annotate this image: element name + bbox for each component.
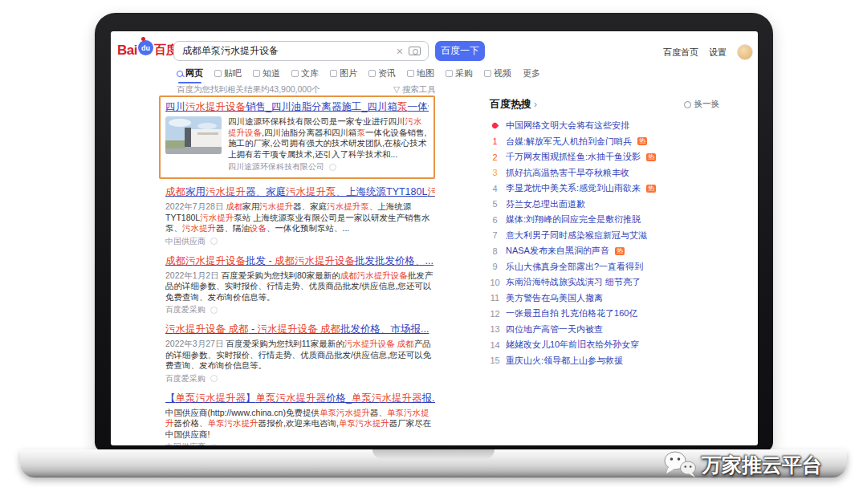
hot-rank: 9 [490,262,500,271]
result-description: 2022年7月28日 成都家用污水提升器、家庭污水提升泵、上海统源TYT180L… [165,201,435,234]
watermark: 万家推云平台 [663,449,822,480]
hot-rank: 5 [490,199,500,209]
hot-label: 重庆山火:领导都上山参与救援 [506,355,623,367]
hot-search-item[interactable]: 13四位地产高管一天内被查 [490,322,731,338]
hot-search-item[interactable]: 9乐山大佛真身全部露出?一直看得到 [490,259,731,275]
feedback-icon[interactable] [210,444,218,446]
result-source: 四川途源环保科技有限公司 [228,161,429,173]
hot-search-item[interactable]: 14姥姥改女儿10年前旧衣给外孙女穿 [490,337,731,353]
chevron-right-icon: › [534,99,537,110]
search-box[interactable]: × [173,41,429,61]
text-segment: 器价格、 [174,418,208,428]
text-segment: 泵 [356,128,365,137]
hot-label: 乐山大佛真身全部露出?一直看得到 [506,261,643,273]
search-button[interactable]: 百度一下 [435,41,485,61]
refresh-button[interactable]: 换一换 [684,99,720,110]
hot-badge-icon: 热 [637,137,647,145]
result-title-link[interactable]: 成都家用污水提升器、家庭污水提升泵、上海统源TYT180L污... [165,185,435,199]
hot-search-item[interactable]: 5芬兰女总理出面道歉 [490,197,731,213]
hot-search-item[interactable]: 2千万网友围观抓怪鱼:水抽干鱼没影热 [490,149,731,165]
feedback-icon[interactable] [329,164,336,171]
hot-search-item[interactable]: 1台媒:解放军无人机拍到金门哨兵热 [490,134,731,150]
pin-icon [491,122,499,130]
baidu-logo[interactable]: Bai du 百度 [117,40,178,60]
hot-rank: 12 [490,309,500,319]
result-title-link[interactable]: 成都污水提升设备批发 - 成都污水提升设备批发批发价格、... [165,254,435,268]
search-result: 成都污水提升设备批发 - 成都污水提升设备批发批发价格、...2022年1月2日… [165,254,435,316]
feedback-icon[interactable] [210,375,218,382]
forum-icon [214,70,222,77]
result-title-link[interactable]: 【单泵污水提升器】单泵污水提升器价格_单泵污水提升器报... [165,392,435,405]
search-tools[interactable]: ▽ 搜索工具 [393,84,436,96]
tab-采购[interactable]: 采购 [446,67,473,83]
tab-资讯[interactable]: 资讯 [368,67,396,83]
baidu-home-link[interactable]: 百度首页 [663,47,698,59]
camera-icon[interactable] [409,47,421,55]
page: Bai du 百度 × 百度一下 百度首页 设置 网页贴吧知道文库图片资讯地图采… [0,0,867,504]
tab-label: 文库 [301,67,319,79]
hot-label: 媒体:刘翔峰的回应完全是敷衍推脱 [506,213,641,226]
hot-search-item[interactable]: 7意大利男子同时感染猴痘新冠与艾滋 [490,228,731,244]
settings-link[interactable]: 设置 [709,47,727,59]
hot-label: 姥姥改女儿10年前旧衣给外孙女穿 [506,339,639,351]
tab-文库[interactable]: 文库 [291,67,319,83]
doc-icon [291,70,299,77]
text-segment: 器报价,欢迎来电咨询, [258,418,339,428]
tab-地图[interactable]: 地图 [407,67,434,83]
text-segment: 、上海统源TYT180L [336,186,428,197]
tab-视频[interactable]: 视频 [484,67,511,83]
tab-label: 贴吧 [224,67,242,79]
text-segment: 单泵污水提升 [208,418,258,428]
result-title-link[interactable]: 四川污水提升设备销售_四川油脂分离器施工_四川箱泵一体化... [165,100,429,114]
feedback-icon[interactable] [210,307,218,314]
wechat-icon [663,449,697,480]
hot-search-item[interactable]: 10东南沿海特战旅实战演习 细节亮了 [490,274,731,291]
text-segment: 单泵污水提升 [339,418,389,428]
text-segment: 四川 [165,101,185,112]
text-segment: 销售_四川油脂分离器施工_四川箱 [246,101,397,112]
search-result: 【单泵污水提升器】单泵污水提升器价格_单泵污水提升器报...中国供应商(http… [165,392,435,446]
text-segment: 报... [421,392,435,404]
text-segment: 单泵污水提升器 [176,392,246,404]
result-title-link[interactable]: 污水提升设备 成都 - 污水提升设备 成都批发价格、市场报... [165,323,435,336]
text-segment: 【 [165,392,176,404]
text-segment: 四川途源环保科技有限公司是一家专业进行四川 [228,116,405,126]
hot-search-item[interactable]: 12一张最丑自拍 扎克伯格花了160亿 [490,306,731,322]
hot-rank: 14 [490,340,500,350]
tab-贴吧[interactable]: 贴吧 [214,67,242,83]
map-icon [407,70,414,77]
hot-rank: 8 [490,246,500,256]
hot-search-item[interactable]: 11美方警告在乌美国人撤离 [490,291,731,307]
hot-search-panel: 百度热搜 › 换一换 中国网络文明大会将有这些安排1台媒:解放军无人机拍到金门哨… [490,97,731,368]
tab-图片[interactable]: 图片 [330,67,357,83]
hot-label: 一张最丑自拍 扎克伯格花了160亿 [506,307,637,319]
video-icon [484,70,491,77]
hot-search-item[interactable]: 中国网络文明大会将有这些安排 [490,118,731,134]
tab-label: 采购 [455,67,473,79]
hot-search-item[interactable]: 6媒体:刘翔峰的回应完全是敷衍推脱 [490,212,731,228]
avatar[interactable] [737,44,753,60]
results-count: 百度为您找到相关结果约43,900,000个 [177,84,320,96]
hot-search-item[interactable]: 8NASA发布来自黑洞的声音热 [490,243,731,259]
result-thumbnail[interactable] [165,116,222,154]
text-segment: 价格_ [326,392,352,404]
hot-search-item[interactable]: 3抓好抗高温热害干旱夺秋粮丰收 [490,165,731,181]
hot-rank: 1 [490,136,500,146]
text-segment: 单泵污水提升器 [256,392,327,404]
hot-label: 芬兰女总理出面道歉 [506,198,585,210]
hot-search-item[interactable]: 4李显龙忧中美关系:感觉到山雨欲来热 [490,181,731,197]
hot-search-item[interactable]: 15重庆山火:领导都上山参与救援 [490,353,731,369]
search-input[interactable] [174,46,391,57]
tab-更多[interactable]: 更多 [523,67,540,83]
clear-icon[interactable]: × [391,45,409,58]
feedback-icon[interactable] [210,238,218,245]
hot-title[interactable]: 百度热搜 [490,97,531,112]
text-segment: 批发价格、市场报... [340,323,429,335]
tab-label: 网页 [185,67,203,79]
tab-知道[interactable]: 知道 [253,67,280,83]
tab-label: 知道 [263,67,280,79]
text-segment: ,四川油脂分离器和四川箱 [262,128,356,137]
tab-网页[interactable]: 网页 [177,67,203,83]
hot-label: 意大利男子同时感染猴痘新冠与艾滋 [506,230,647,242]
source-name: 四川途源环保科技有限公司 [228,161,324,173]
